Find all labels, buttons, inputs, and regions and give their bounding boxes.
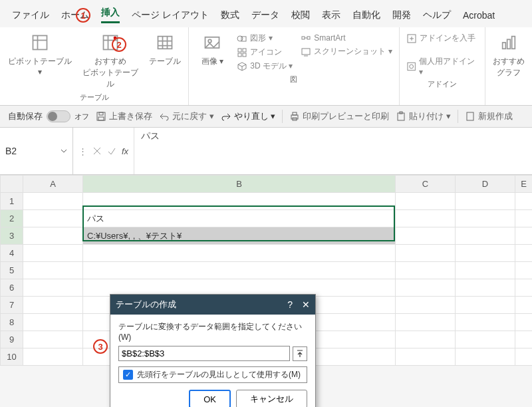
tab-acrobat[interactable]: Acrobat bbox=[463, 10, 495, 21]
cell[interactable] bbox=[396, 245, 456, 262]
cell[interactable] bbox=[396, 279, 456, 297]
name-box[interactable]: B2 bbox=[0, 128, 73, 174]
my-addins-button[interactable]: 個人用アドイン ▾ bbox=[406, 56, 478, 76]
row-header-2[interactable]: 2 bbox=[1, 210, 23, 227]
tab-data[interactable]: データ bbox=[251, 9, 279, 21]
range-input[interactable] bbox=[118, 346, 290, 361]
tab-insert[interactable]: 挿入 bbox=[101, 7, 120, 23]
tab-view[interactable]: 表示 bbox=[322, 9, 340, 21]
ok-button[interactable]: OK bbox=[189, 390, 231, 407]
cell[interactable] bbox=[23, 262, 83, 279]
cell[interactable] bbox=[515, 314, 533, 331]
tab-automate[interactable]: 自動化 bbox=[352, 9, 380, 21]
cell[interactable] bbox=[515, 210, 533, 227]
col-header-D[interactable]: D bbox=[456, 176, 515, 193]
tab-page-layout[interactable]: ページ レイアウト bbox=[132, 9, 209, 21]
paste-button[interactable]: 貼り付け ▾ bbox=[396, 110, 451, 122]
cell[interactable] bbox=[396, 314, 456, 331]
autosave-toggle[interactable] bbox=[47, 110, 70, 122]
cell[interactable] bbox=[23, 245, 83, 262]
cell[interactable] bbox=[83, 245, 396, 262]
row-header-9[interactable]: 9 bbox=[1, 331, 23, 348]
col-header-C[interactable]: C bbox=[396, 176, 456, 193]
cell[interactable] bbox=[23, 193, 83, 210]
cell[interactable] bbox=[456, 348, 515, 366]
cell[interactable] bbox=[515, 297, 533, 314]
cell[interactable] bbox=[396, 227, 456, 245]
screenshot-button[interactable]: スクリーンショット ▾ bbox=[301, 46, 392, 57]
cell[interactable] bbox=[456, 314, 515, 331]
redo-button[interactable]: やり直し ▾ bbox=[221, 110, 276, 122]
col-header-B[interactable]: B bbox=[83, 176, 396, 193]
tab-help[interactable]: ヘルプ bbox=[423, 9, 451, 21]
cell[interactable] bbox=[396, 348, 456, 366]
save-button[interactable]: 上書き保存 bbox=[96, 110, 152, 122]
cell[interactable] bbox=[515, 193, 533, 210]
cell[interactable] bbox=[396, 210, 456, 227]
table-button[interactable]: テーブル bbox=[148, 31, 182, 90]
cell[interactable] bbox=[515, 348, 533, 366]
row-header-8[interactable]: 8 bbox=[1, 314, 23, 331]
cell[interactable] bbox=[396, 193, 456, 210]
autosave[interactable]: 自動保存 オフ bbox=[8, 110, 89, 122]
row-header-4[interactable]: 4 bbox=[1, 245, 23, 262]
dialog-help-button[interactable]: ? bbox=[287, 299, 293, 310]
cell[interactable] bbox=[515, 262, 533, 279]
menu-dots-icon[interactable]: ⋮ bbox=[78, 146, 87, 156]
header-checkbox-row[interactable]: ✓ 先頭行をテーブルの見出しとして使用する(M) bbox=[118, 366, 307, 383]
col-header-E[interactable]: E bbox=[515, 176, 533, 193]
cancel-button[interactable]: キャンセル bbox=[236, 390, 307, 407]
row-header-1[interactable]: 1 bbox=[1, 193, 23, 210]
cell[interactable] bbox=[23, 314, 83, 331]
print-preview-button[interactable]: 印刷プレビューと印刷 bbox=[289, 110, 389, 122]
tab-developer[interactable]: 開発 bbox=[392, 9, 411, 21]
row-header-5[interactable]: 5 bbox=[1, 262, 23, 279]
pivot-table-button[interactable]: ピボットテーブル ▾ bbox=[7, 31, 72, 90]
cell[interactable] bbox=[23, 297, 83, 314]
dialog-titlebar[interactable]: テーブルの作成 ? ✕ bbox=[110, 295, 315, 315]
cell[interactable] bbox=[83, 193, 396, 210]
models3d-button[interactable]: 3D モデル ▾ bbox=[237, 61, 293, 72]
row-header-7[interactable]: 7 bbox=[1, 297, 23, 314]
cell[interactable] bbox=[396, 331, 456, 348]
row-header-3[interactable]: 3 bbox=[1, 227, 23, 245]
get-addins-button[interactable]: アドインを入手 bbox=[406, 33, 478, 44]
cell[interactable] bbox=[456, 279, 515, 297]
cell[interactable] bbox=[23, 210, 83, 227]
cell[interactable] bbox=[83, 262, 396, 279]
cell[interactable] bbox=[23, 331, 83, 348]
cell[interactable] bbox=[456, 297, 515, 314]
cell[interactable] bbox=[456, 262, 515, 279]
cell[interactable] bbox=[515, 331, 533, 348]
smartart-button[interactable]: SmartArt bbox=[301, 33, 392, 43]
cell[interactable] bbox=[515, 227, 533, 245]
row-header-10[interactable]: 10 bbox=[1, 348, 23, 366]
cell[interactable] bbox=[456, 245, 515, 262]
cell[interactable] bbox=[23, 227, 83, 245]
new-button[interactable]: 新規作成 bbox=[465, 110, 513, 122]
formula-bar[interactable]: パス bbox=[134, 128, 532, 174]
tab-review[interactable]: 校閲 bbox=[291, 9, 310, 21]
pictures-button[interactable]: 画像 ▾ bbox=[196, 31, 229, 72]
tab-formulas[interactable]: 数式 bbox=[221, 9, 239, 21]
cell[interactable] bbox=[515, 279, 533, 297]
undo-button[interactable]: 元に戻す ▾ bbox=[159, 110, 214, 122]
fx-icon[interactable]: fx bbox=[122, 146, 128, 156]
cell[interactable] bbox=[23, 279, 83, 297]
cell[interactable] bbox=[396, 297, 456, 314]
recommended-charts-button[interactable]: おすすめ グラフ bbox=[492, 31, 525, 78]
tab-file[interactable]: ファイル bbox=[12, 9, 49, 21]
cell[interactable] bbox=[456, 227, 515, 245]
cell[interactable] bbox=[456, 193, 515, 210]
range-selector-button[interactable] bbox=[293, 346, 307, 361]
dialog-close-button[interactable]: ✕ bbox=[302, 299, 310, 310]
row-header-6[interactable]: 6 bbox=[1, 279, 23, 297]
checkbox-checked-icon[interactable]: ✓ bbox=[123, 370, 133, 380]
recommended-pivot-button[interactable]: おすすめ ピボットテーブル bbox=[80, 31, 140, 90]
select-all-corner[interactable] bbox=[1, 176, 23, 193]
col-header-A[interactable]: A bbox=[23, 176, 83, 193]
cell[interactable] bbox=[396, 262, 456, 279]
cancel-x-icon[interactable] bbox=[92, 146, 102, 156]
cell[interactable] bbox=[515, 245, 533, 262]
cell-B2[interactable]: パス bbox=[83, 210, 396, 227]
